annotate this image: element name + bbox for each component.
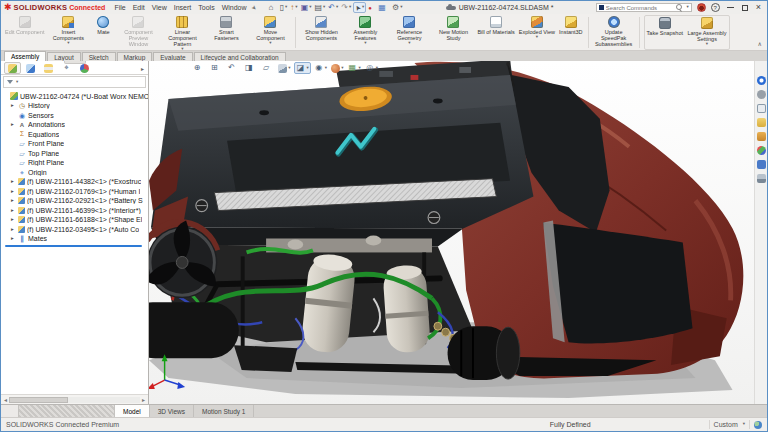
right-thruster[interactable] xyxy=(448,326,520,380)
tab-splitter-hatch[interactable] xyxy=(19,405,115,417)
tree-root-item[interactable]: UBW-21162-04724 (*U-Boat Worx NEMO xyxy=(3,91,148,101)
commandmanager-tab[interactable]: Lifecycle and Collaboration xyxy=(194,52,286,61)
hud-button[interactable]: ▾ xyxy=(260,62,275,74)
quick-access-button[interactable]: ▾ xyxy=(377,2,390,13)
expand-arrow-icon[interactable] xyxy=(11,236,16,242)
globe-icon[interactable] xyxy=(754,421,762,429)
quick-access-button[interactable]: ▾ xyxy=(327,2,339,13)
hud-button[interactable]: ▾ xyxy=(346,62,361,74)
scroll-left-icon[interactable]: ◂ xyxy=(2,397,9,403)
tree-item[interactable]: Annotations xyxy=(3,120,148,130)
tree-filter-bar[interactable]: ▾ xyxy=(3,76,146,88)
dropdown-arrow-icon[interactable]: ▾ xyxy=(309,5,311,10)
expand-arrow-icon[interactable] xyxy=(11,217,16,223)
menu-item[interactable]: Window xyxy=(222,4,247,11)
ribbon-button[interactable]: Show Hidden Components ▾ xyxy=(299,15,343,50)
menu-item[interactable]: Tools xyxy=(198,4,214,11)
quick-access-button[interactable]: ▾ xyxy=(353,2,366,13)
commandmanager-tab[interactable]: Assembly xyxy=(4,51,46,61)
panel-tab[interactable] xyxy=(4,62,21,74)
hud-button[interactable]: ▾ xyxy=(191,62,206,74)
dropdown-arrow-icon[interactable]: ▾ xyxy=(536,35,538,40)
expand-arrow-icon[interactable] xyxy=(11,208,16,214)
menu-item[interactable]: File xyxy=(114,4,125,11)
dropdown-arrow-icon[interactable]: ▾ xyxy=(349,5,351,10)
dropdown-arrow-icon[interactable]: ▾ xyxy=(288,66,290,71)
user-avatar[interactable] xyxy=(697,3,706,12)
scrollbar-thumb[interactable] xyxy=(9,397,68,403)
dropdown-arrow-icon[interactable]: ▾ xyxy=(307,66,309,71)
panel-tab[interactable] xyxy=(22,62,39,74)
search-commands-box[interactable]: ▾ xyxy=(596,3,692,12)
dropdown-arrow-icon[interactable]: ▾ xyxy=(181,47,183,52)
dropdown-arrow-icon[interactable]: ▾ xyxy=(743,422,745,427)
dropdown-arrow-icon[interactable]: ▾ xyxy=(341,66,343,71)
display-style-selector[interactable]: Custom xyxy=(714,421,738,428)
dropdown-arrow-icon[interactable]: ▾ xyxy=(16,80,18,85)
quick-access-button[interactable]: ▾ xyxy=(289,2,298,13)
tree-item[interactable]: Top Plane xyxy=(3,149,148,159)
model-tab[interactable]: 3D Views xyxy=(150,405,194,417)
panel-tab[interactable] xyxy=(40,62,57,74)
tree-item[interactable]: Origin xyxy=(3,168,148,178)
scroll-right-icon[interactable]: ▸ xyxy=(140,397,147,403)
menu-item[interactable]: Edit xyxy=(133,4,145,11)
commandmanager-tab[interactable]: Sketch xyxy=(82,52,116,61)
scrollbar-track[interactable] xyxy=(9,397,140,403)
hud-button[interactable]: ▾ xyxy=(208,62,223,74)
dropdown-arrow-icon[interactable]: ▾ xyxy=(295,5,297,10)
dropdown-arrow-icon[interactable]: ▾ xyxy=(323,5,325,10)
ribbon-collapse-icon[interactable]: ∧ xyxy=(758,40,762,47)
help-button[interactable]: ? xyxy=(711,3,720,12)
ribbon-button[interactable]: Smart Fasteners ▾ xyxy=(204,15,248,50)
tree-item[interactable]: Equations xyxy=(3,130,148,140)
sidebar-tool-button[interactable] xyxy=(756,117,767,128)
expand-arrow-icon[interactable] xyxy=(11,198,16,204)
quick-access-button[interactable]: ▾ xyxy=(367,2,376,13)
tree-item[interactable]: Front Plane xyxy=(3,139,148,149)
hud-button[interactable]: ▾ xyxy=(330,62,344,74)
ribbon-button[interactable]: Reference Geometry ▾ xyxy=(387,15,431,50)
dropdown-arrow-icon[interactable]: ▾ xyxy=(364,41,366,46)
commandmanager-tab[interactable]: Evaluate xyxy=(153,52,192,61)
sidebar-tool-button[interactable] xyxy=(756,173,767,184)
hud-button[interactable]: ▾ xyxy=(226,62,241,74)
quick-access-button[interactable]: ▾ xyxy=(391,2,403,13)
quick-access-button[interactable]: ▾ xyxy=(268,2,278,13)
sidebar-tool-button[interactable] xyxy=(756,159,767,170)
ribbon-button[interactable]: Bill of Materials ▾ xyxy=(475,15,516,50)
expand-arrow-icon[interactable] xyxy=(11,103,16,109)
sidebar-tool-button[interactable] xyxy=(756,103,767,114)
tree-item[interactable]: (f) UBW-21162-03495<1> (*Auto Co xyxy=(3,225,148,235)
dropdown-arrow-icon[interactable]: ▾ xyxy=(376,66,378,71)
ribbon-button[interactable]: Edit Component ▾ xyxy=(3,15,46,50)
ribbon-button[interactable]: Exploded View ▾ xyxy=(517,15,557,50)
commandmanager-tab[interactable]: Layout xyxy=(47,52,81,61)
dropdown-arrow-icon[interactable]: ▾ xyxy=(408,41,410,46)
dropdown-arrow-icon[interactable]: ▾ xyxy=(336,5,338,10)
dropdown-arrow-icon[interactable]: ▾ xyxy=(325,66,327,71)
panel-grip-handle[interactable] xyxy=(64,61,86,64)
minimize-button[interactable] xyxy=(727,7,734,8)
panel-horizontal-scrollbar[interactable]: ◂ ▸ xyxy=(1,394,148,404)
ribbon-button[interactable]: Linear Component Pattern ▾ xyxy=(160,15,204,50)
hud-button[interactable]: ▾ xyxy=(277,62,291,74)
ribbon-button[interactable]: Take Snapshot ▾ xyxy=(645,16,685,49)
tree-item[interactable]: (f) UBW-21161-66188<1> (*Shape El xyxy=(3,215,148,225)
3d-viewport[interactable] xyxy=(149,61,754,404)
rollback-bar[interactable] xyxy=(5,245,142,247)
quick-access-button[interactable]: ▾ xyxy=(313,2,326,13)
pin-menu-icon[interactable]: ➤ xyxy=(250,3,259,12)
ribbon-button[interactable]: Update SpeedPak Subassemblies ▾ xyxy=(592,15,636,50)
model-tab[interactable]: Motion Study 1 xyxy=(194,405,254,417)
expand-arrow-icon[interactable] xyxy=(11,122,16,128)
menu-item[interactable]: Insert xyxy=(174,4,192,11)
tab-scroll-area[interactable] xyxy=(1,405,19,417)
tree-item[interactable]: (f) UBW-21162-01769<1> (*Human I xyxy=(3,187,148,197)
tree-item[interactable]: Sensors xyxy=(3,111,148,121)
hud-button[interactable]: ▾ xyxy=(364,62,379,74)
ribbon-button[interactable]: Component Preview Window ▾ xyxy=(116,15,160,50)
ribbon-button[interactable]: Insert Components ▾ xyxy=(46,15,90,50)
tree-item[interactable]: History xyxy=(3,101,148,111)
sidebar-tool-button[interactable] xyxy=(756,75,767,86)
